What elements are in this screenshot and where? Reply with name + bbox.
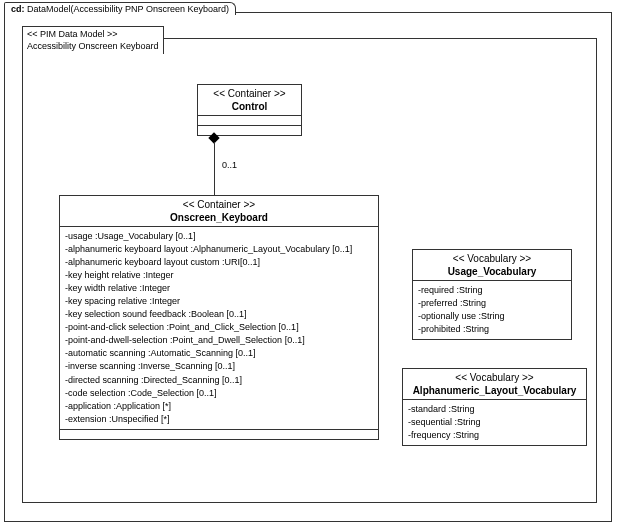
package-name: Accessibility Onscreen Keyboard bbox=[27, 40, 159, 52]
onscreen-name: Onscreen_Keyboard bbox=[64, 211, 374, 224]
alnum-vocabulary-class: << Vocabulary >> Alphanumeric_Layout_Voc… bbox=[402, 368, 587, 446]
attribute-row: -key selection sound feedback :Boolean [… bbox=[65, 308, 373, 321]
alnum-stereo: << Vocabulary >> bbox=[407, 371, 582, 384]
attribute-row: -point-and-dwell-selection :Point_and_Dw… bbox=[65, 334, 373, 347]
attribute-row: -preferred :String bbox=[418, 297, 566, 310]
attribute-row: -alphanumeric keyboard layout :Alphanume… bbox=[65, 243, 373, 256]
alnum-name: Alphanumeric_Layout_Vocabulary bbox=[407, 384, 582, 397]
control-name: Control bbox=[202, 100, 297, 113]
attribute-row: -prohibited :String bbox=[418, 323, 566, 336]
tab-prefix: cd: bbox=[11, 4, 25, 14]
attribute-row: -extension :Unspecified [*] bbox=[65, 413, 373, 426]
attribute-row: -point-and-click selection :Point_and_Cl… bbox=[65, 321, 373, 334]
control-class: << Container >> Control bbox=[197, 84, 302, 136]
attribute-row: -code selection :Code_Selection [0..1] bbox=[65, 387, 373, 400]
usage-attrs: -required :String-preferred :String-opti… bbox=[413, 280, 571, 339]
attribute-row: -alphanumeric keyboard layout custom :UR… bbox=[65, 256, 373, 269]
class-title: << Container >> Onscreen_Keyboard bbox=[60, 196, 378, 226]
attribute-row: -sequential :String bbox=[408, 416, 581, 429]
class-title: << Container >> Control bbox=[198, 85, 301, 115]
class-title: << Vocabulary >> Usage_Vocabulary bbox=[413, 250, 571, 280]
attribute-row: -standard :String bbox=[408, 403, 581, 416]
usage-name: Usage_Vocabulary bbox=[417, 265, 567, 278]
usage-vocabulary-class: << Vocabulary >> Usage_Vocabulary -requi… bbox=[412, 249, 572, 340]
attribute-row: -automatic scanning :Automatic_Scanning … bbox=[65, 347, 373, 360]
onscreen-ops bbox=[60, 429, 378, 439]
class-title: << Vocabulary >> Alphanumeric_Layout_Voc… bbox=[403, 369, 586, 399]
attribute-row: -application :Application [*] bbox=[65, 400, 373, 413]
package-stereo: << PIM Data Model >> bbox=[27, 28, 159, 40]
attribute-row: -key spacing relative :Integer bbox=[65, 295, 373, 308]
control-attrs bbox=[198, 115, 301, 125]
attribute-row: -required :String bbox=[418, 284, 566, 297]
control-stereo: << Container >> bbox=[202, 87, 297, 100]
diagram-tab: cd: DataModel(Accessibility PNP Onscreen… bbox=[4, 2, 236, 15]
attribute-row: -directed scanning :Directed_Scanning [0… bbox=[65, 374, 373, 387]
onscreen-keyboard-class: << Container >> Onscreen_Keyboard -usage… bbox=[59, 195, 379, 440]
package-tab: << PIM Data Model >> Accessibility Onscr… bbox=[22, 26, 164, 54]
onscreen-attrs: -usage :Usage_Vocabulary [0..1]-alphanum… bbox=[60, 226, 378, 429]
usage-stereo: << Vocabulary >> bbox=[417, 252, 567, 265]
alnum-attrs: -standard :String-sequential :String-fre… bbox=[403, 399, 586, 445]
tab-label: DataModel(Accessibility PNP Onscreen Key… bbox=[25, 4, 229, 14]
attribute-row: -inverse scanning :Inverse_Scanning [0..… bbox=[65, 360, 373, 373]
attribute-row: -key height relative :Integer bbox=[65, 269, 373, 282]
composition-line bbox=[214, 142, 215, 195]
onscreen-stereo: << Container >> bbox=[64, 198, 374, 211]
multiplicity-label: 0..1 bbox=[222, 160, 237, 170]
attribute-row: -optionally use :String bbox=[418, 310, 566, 323]
attribute-row: -key width relative :Integer bbox=[65, 282, 373, 295]
attribute-row: -usage :Usage_Vocabulary [0..1] bbox=[65, 230, 373, 243]
attribute-row: -frequency :String bbox=[408, 429, 581, 442]
